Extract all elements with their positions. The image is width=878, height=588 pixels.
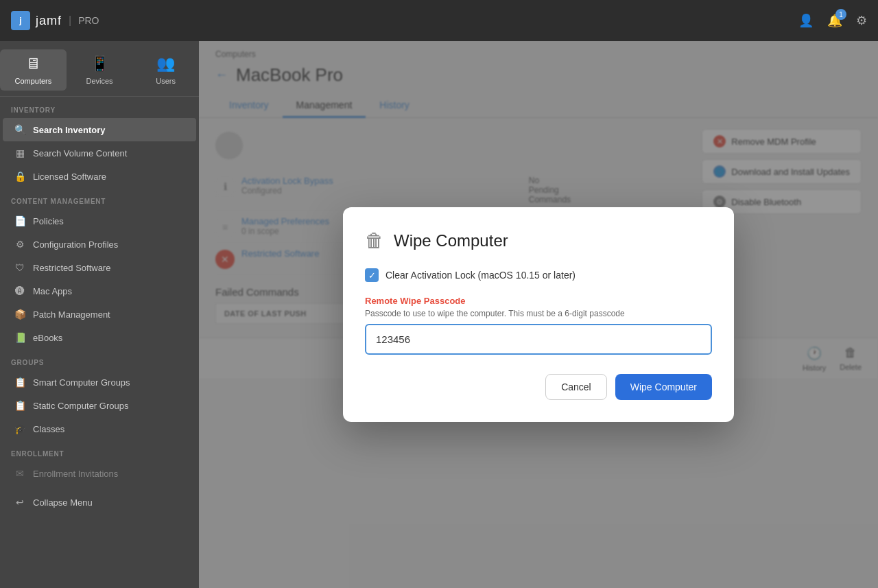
app-name: jamf	[36, 14, 62, 28]
classes-label: Classes	[33, 424, 64, 434]
sidebar-item-ebooks[interactable]: 📗 eBooks	[3, 326, 196, 349]
field-description: Passcode to use to wipe the computer. Th…	[365, 309, 712, 318]
sidebar-nav-icons: 🖥 Computers 📱 Devices 👥 Users	[0, 41, 199, 97]
notifications-icon[interactable]: 🔔 1	[827, 13, 842, 28]
cancel-button[interactable]: Cancel	[545, 374, 607, 400]
wipe-computer-button[interactable]: Wipe Computer	[615, 374, 712, 400]
passcode-input[interactable]	[365, 324, 712, 355]
search-volume-label: Search Volume Content	[33, 148, 127, 158]
enrollment-section-label: ENROLLMENT	[0, 440, 199, 462]
search-inventory-label: Search Inventory	[33, 125, 106, 135]
sidebar-nav-devices[interactable]: 📱 Devices	[67, 49, 133, 91]
app-product: PRO	[78, 15, 99, 26]
collapse-label: Collapse Menu	[33, 497, 93, 508]
top-nav: j jamf | PRO 👤 🔔 1 ⚙	[0, 0, 878, 41]
search-icon: 🔍	[14, 124, 26, 135]
smart-groups-icon: 📋	[14, 377, 26, 388]
user-icon[interactable]: 👤	[798, 13, 814, 28]
sidebar-item-smart-groups[interactable]: 📋 Smart Computer Groups	[3, 371, 196, 394]
notification-badge: 1	[835, 9, 846, 20]
logo-box: j	[11, 11, 30, 30]
collapse-icon: ↩	[14, 497, 26, 508]
main-layout: 🖥 Computers 📱 Devices 👥 Users INVENTORY …	[0, 41, 878, 588]
volume-icon: ▦	[14, 148, 26, 158]
sidebar-item-search-volume[interactable]: ▦ Search Volume Content	[3, 141, 196, 165]
sidebar-item-search-inventory[interactable]: 🔍 Search Inventory	[3, 118, 196, 141]
logo-area: j jamf | PRO	[11, 11, 99, 30]
ebooks-label: eBooks	[33, 333, 62, 343]
patch-management-label: Patch Management	[33, 309, 110, 320]
restricted-icon: 🛡	[14, 262, 26, 273]
modal-footer: Cancel Wipe Computer	[365, 374, 712, 400]
policies-label: Policies	[33, 216, 64, 226]
enrollment-label: Enrollment Invitations	[33, 469, 118, 479]
sidebar-item-classes[interactable]: 🎓 Classes	[3, 417, 196, 440]
gear-icon[interactable]: ⚙	[856, 13, 867, 28]
content-mgmt-section-label: CONTENT MANAGEMENT	[0, 188, 199, 209]
wipe-computer-modal: 🗑 Wipe Computer ✓ Clear Activation Lock …	[343, 207, 734, 422]
users-icon: 👥	[156, 55, 175, 73]
licensed-software-label: Licensed Software	[33, 172, 106, 182]
sidebar-item-static-groups[interactable]: 📋 Static Computer Groups	[3, 394, 196, 417]
mac-apps-icon: 🅐	[14, 285, 26, 296]
ebooks-icon: 📗	[14, 332, 26, 343]
modal-title: Wipe Computer	[394, 231, 508, 250]
classes-icon: 🎓	[14, 423, 26, 434]
sidebar-nav-computers[interactable]: 🖥 Computers	[0, 49, 67, 91]
modal-overlay: 🗑 Wipe Computer ✓ Clear Activation Lock …	[199, 41, 878, 588]
inventory-section-label: INVENTORY	[0, 97, 199, 118]
sidebar-nav-users[interactable]: 👥 Users	[132, 49, 199, 91]
sidebar-item-restricted-software[interactable]: 🛡 Restricted Software	[3, 256, 196, 279]
enrollment-icon: ✉	[14, 468, 26, 479]
wipe-icon: 🗑	[365, 229, 384, 252]
static-groups-icon: 📋	[14, 400, 26, 411]
sidebar-item-policies[interactable]: 📄 Policies	[3, 209, 196, 233]
policies-icon: 📄	[14, 215, 26, 226]
activation-lock-checkbox[interactable]: ✓	[365, 268, 379, 282]
mac-apps-label: Mac Apps	[33, 286, 72, 296]
static-groups-label: Static Computer Groups	[33, 401, 128, 411]
config-icon: ⚙	[14, 239, 26, 250]
groups-section-label: GROUPS	[0, 349, 199, 371]
sidebar-item-licensed-software[interactable]: 🔒 Licensed Software	[3, 165, 196, 188]
top-nav-right: 👤 🔔 1 ⚙	[798, 13, 867, 28]
logo-letter: j	[19, 16, 21, 25]
passcode-field: Remote Wipe Passcode Passcode to use to …	[365, 296, 712, 374]
computers-icon: 🖥	[25, 55, 40, 73]
smart-groups-label: Smart Computer Groups	[33, 377, 130, 388]
licensed-icon: 🔒	[14, 171, 26, 182]
sidebar-item-patch-management[interactable]: 📦 Patch Management	[3, 303, 196, 326]
patch-icon: 📦	[14, 309, 26, 320]
field-label: Remote Wipe Passcode	[365, 296, 712, 306]
content-area: Computers ← MacBook Pro Inventory Manage…	[199, 41, 878, 588]
sidebar: 🖥 Computers 📱 Devices 👥 Users INVENTORY …	[0, 41, 199, 588]
users-label: Users	[156, 77, 176, 85]
sidebar-item-enrollment[interactable]: ✉ Enrollment Invitations	[3, 462, 196, 485]
computers-label: Computers	[14, 77, 51, 85]
modal-header: 🗑 Wipe Computer	[365, 229, 712, 252]
sidebar-collapse-menu[interactable]: ↩ Collapse Menu	[3, 491, 196, 514]
restricted-software-label: Restricted Software	[33, 263, 110, 273]
sidebar-item-config-profiles[interactable]: ⚙ Configuration Profiles	[3, 233, 196, 256]
sidebar-item-mac-apps[interactable]: 🅐 Mac Apps	[3, 279, 196, 303]
checkbox-label: Clear Activation Lock (macOS 10.15 or la…	[385, 270, 576, 281]
config-profiles-label: Configuration Profiles	[33, 239, 118, 250]
devices-label: Devices	[86, 77, 112, 85]
devices-icon: 📱	[91, 55, 109, 73]
checkbox-row: ✓ Clear Activation Lock (macOS 10.15 or …	[365, 268, 712, 282]
